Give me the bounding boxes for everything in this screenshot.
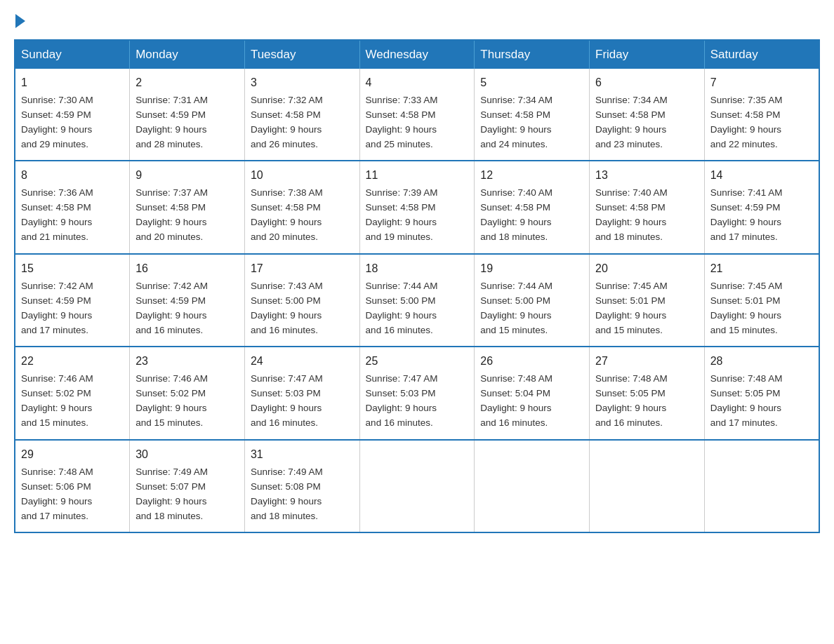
header-friday: Friday — [590, 40, 705, 69]
header-monday: Monday — [130, 40, 245, 69]
week-row-1: 1 Sunrise: 7:30 AM Sunset: 4:59 PM Dayli… — [15, 69, 819, 161]
day-sunset: Sunset: 4:59 PM — [135, 109, 206, 120]
day-cell: 24 Sunrise: 7:47 AM Sunset: 5:03 PM Dayl… — [244, 347, 359, 439]
day-sunset: Sunset: 5:07 PM — [135, 481, 206, 492]
day-number: 21 — [710, 260, 813, 278]
day-cell: 20 Sunrise: 7:45 AM Sunset: 5:01 PM Dayl… — [590, 254, 705, 347]
day-daylight: Daylight: 9 hours — [135, 310, 206, 321]
day-cell: 17 Sunrise: 7:43 AM Sunset: 5:00 PM Dayl… — [244, 254, 359, 347]
day-sunset: Sunset: 5:00 PM — [366, 295, 436, 306]
day-cell: 23 Sunrise: 7:46 AM Sunset: 5:02 PM Dayl… — [130, 347, 245, 439]
day-number: 2 — [135, 74, 239, 92]
day-sunrise: Sunrise: 7:35 AM — [710, 95, 783, 105]
day-cell: 29 Sunrise: 7:48 AM Sunset: 5:06 PM Dayl… — [15, 440, 130, 532]
day-number: 8 — [21, 167, 124, 185]
day-cell: 28 Sunrise: 7:48 AM Sunset: 5:05 PM Dayl… — [704, 347, 819, 439]
day-cell: 31 Sunrise: 7:49 AM Sunset: 5:08 PM Dayl… — [244, 440, 359, 532]
week-row-3: 15 Sunrise: 7:42 AM Sunset: 4:59 PM Dayl… — [15, 254, 819, 347]
day-sunrise: Sunrise: 7:37 AM — [135, 187, 208, 198]
day-sunset: Sunset: 4:58 PM — [251, 109, 321, 120]
header-wednesday: Wednesday — [359, 40, 475, 69]
day-daylight: Daylight: 9 hours — [21, 124, 92, 135]
day-sunrise: Sunrise: 7:46 AM — [21, 373, 93, 384]
day-number: 3 — [251, 74, 354, 92]
day-sunset: Sunset: 5:05 PM — [595, 388, 666, 398]
day-sunset: Sunset: 5:00 PM — [251, 295, 321, 306]
day-number: 27 — [595, 353, 699, 370]
day-cell: 16 Sunrise: 7:42 AM Sunset: 4:59 PM Dayl… — [130, 254, 245, 347]
day-daylight-cont: and 25 minutes. — [366, 139, 433, 149]
day-number: 22 — [21, 353, 124, 370]
day-sunrise: Sunrise: 7:39 AM — [366, 187, 438, 198]
day-cell: 18 Sunrise: 7:44 AM Sunset: 5:00 PM Dayl… — [359, 254, 475, 347]
day-sunset: Sunset: 5:01 PM — [710, 295, 781, 306]
day-cell: 14 Sunrise: 7:41 AM Sunset: 4:59 PM Dayl… — [704, 161, 819, 253]
day-number: 5 — [480, 74, 583, 92]
day-cell — [475, 440, 590, 532]
day-number: 26 — [480, 353, 583, 370]
day-sunrise: Sunrise: 7:45 AM — [595, 281, 668, 291]
day-daylight: Daylight: 9 hours — [710, 403, 781, 413]
day-sunset: Sunset: 5:03 PM — [251, 388, 321, 398]
day-sunset: Sunset: 5:02 PM — [135, 388, 206, 398]
day-number: 7 — [710, 74, 813, 92]
day-daylight: Daylight: 9 hours — [595, 310, 666, 321]
day-sunrise: Sunrise: 7:42 AM — [21, 281, 93, 291]
day-sunrise: Sunrise: 7:31 AM — [135, 95, 208, 105]
day-cell: 10 Sunrise: 7:38 AM Sunset: 4:58 PM Dayl… — [244, 161, 359, 253]
day-sunrise: Sunrise: 7:48 AM — [710, 373, 783, 384]
day-sunset: Sunset: 5:05 PM — [710, 388, 781, 398]
day-daylight: Daylight: 9 hours — [21, 403, 92, 413]
day-sunset: Sunset: 4:58 PM — [135, 202, 206, 213]
day-sunset: Sunset: 5:04 PM — [480, 388, 550, 398]
day-daylight: Daylight: 9 hours — [595, 217, 666, 227]
day-daylight-cont: and 24 minutes. — [480, 139, 548, 149]
day-daylight: Daylight: 9 hours — [366, 403, 437, 413]
day-daylight: Daylight: 9 hours — [595, 403, 666, 413]
day-number: 12 — [480, 167, 583, 185]
day-sunrise: Sunrise: 7:48 AM — [21, 467, 93, 477]
day-daylight-cont: and 16 minutes. — [480, 417, 548, 428]
day-sunset: Sunset: 5:08 PM — [251, 481, 321, 492]
day-sunrise: Sunrise: 7:30 AM — [21, 95, 93, 105]
day-daylight-cont: and 18 minutes. — [480, 232, 548, 242]
day-sunrise: Sunrise: 7:34 AM — [595, 95, 668, 105]
day-cell: 21 Sunrise: 7:45 AM Sunset: 5:01 PM Dayl… — [704, 254, 819, 347]
day-daylight: Daylight: 9 hours — [366, 124, 437, 135]
day-daylight-cont: and 18 minutes. — [135, 511, 203, 521]
day-sunrise: Sunrise: 7:42 AM — [135, 281, 208, 291]
day-number: 13 — [595, 167, 699, 185]
day-daylight-cont: and 17 minutes. — [710, 232, 778, 242]
day-daylight: Daylight: 9 hours — [480, 217, 551, 227]
day-daylight-cont: and 29 minutes. — [21, 139, 88, 149]
day-sunrise: Sunrise: 7:43 AM — [251, 281, 323, 291]
day-daylight: Daylight: 9 hours — [21, 217, 92, 227]
day-daylight: Daylight: 9 hours — [21, 310, 92, 321]
day-number: 15 — [21, 260, 124, 278]
day-number: 28 — [710, 353, 813, 370]
day-cell: 19 Sunrise: 7:44 AM Sunset: 5:00 PM Dayl… — [475, 254, 590, 347]
day-cell — [359, 440, 475, 532]
day-sunrise: Sunrise: 7:36 AM — [21, 187, 93, 198]
day-daylight-cont: and 17 minutes. — [21, 511, 88, 521]
day-sunrise: Sunrise: 7:41 AM — [710, 187, 783, 198]
day-number: 1 — [21, 74, 124, 92]
day-number: 31 — [251, 446, 354, 464]
day-daylight: Daylight: 9 hours — [251, 124, 322, 135]
day-sunrise: Sunrise: 7:44 AM — [366, 281, 438, 291]
day-daylight-cont: and 16 minutes. — [366, 417, 433, 428]
day-cell: 30 Sunrise: 7:49 AM Sunset: 5:07 PM Dayl… — [130, 440, 245, 532]
day-sunset: Sunset: 5:02 PM — [21, 388, 91, 398]
day-cell: 22 Sunrise: 7:46 AM Sunset: 5:02 PM Dayl… — [15, 347, 130, 439]
day-cell: 15 Sunrise: 7:42 AM Sunset: 4:59 PM Dayl… — [15, 254, 130, 347]
day-sunset: Sunset: 4:58 PM — [366, 109, 436, 120]
day-sunset: Sunset: 4:59 PM — [21, 295, 91, 306]
day-daylight-cont: and 22 minutes. — [710, 139, 778, 149]
day-number: 20 — [595, 260, 699, 278]
day-number: 24 — [251, 353, 354, 370]
page-header — [14, 14, 820, 25]
day-sunset: Sunset: 4:59 PM — [710, 202, 781, 213]
week-row-4: 22 Sunrise: 7:46 AM Sunset: 5:02 PM Dayl… — [15, 347, 819, 439]
day-cell: 13 Sunrise: 7:40 AM Sunset: 4:58 PM Dayl… — [590, 161, 705, 253]
day-daylight-cont: and 19 minutes. — [366, 232, 433, 242]
